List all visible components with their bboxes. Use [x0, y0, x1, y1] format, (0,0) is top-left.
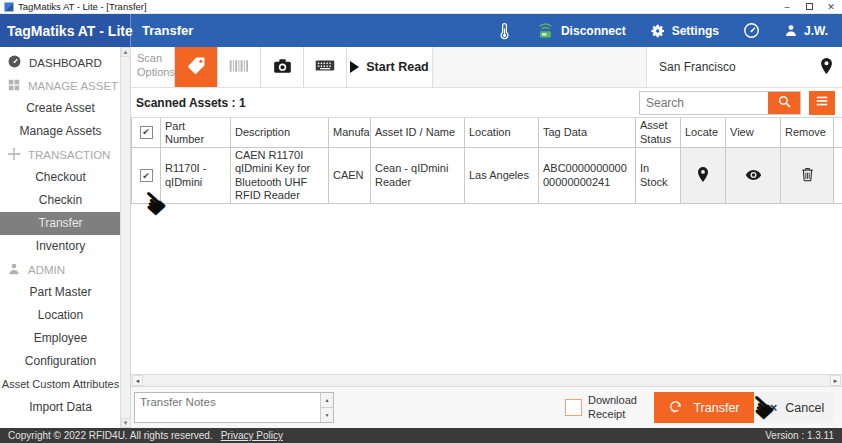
assets-bar: Scanned Assets : 1 [131, 88, 842, 118]
sidebar-label-dashboard: DASHBOARD [29, 57, 102, 69]
refresh-icon [668, 399, 683, 417]
minimize-button[interactable]: – [776, 0, 798, 13]
sidebar-section-admin[interactable]: ADMIN [0, 258, 121, 281]
scan-toolbar: Scan Options [131, 47, 842, 88]
app-footer: Copyright © 2022 RFID4U. All rights rese… [0, 428, 842, 443]
search-button[interactable] [768, 92, 800, 114]
row-select-cell: ✔ [131, 148, 161, 203]
close-button[interactable]: ✕ [820, 0, 842, 13]
cell-asset-id-name: Cean - qIDmini Reader [371, 148, 465, 203]
notes-scroll-down-icon[interactable]: ▼ [321, 408, 333, 422]
transaction-icon [7, 147, 21, 163]
settings-button[interactable]: Settings [650, 23, 719, 39]
keyboard-entry-button[interactable] [304, 47, 347, 87]
cancel-button-label: Cancel [785, 401, 824, 415]
privacy-policy-link[interactable]: Privacy Policy [221, 430, 283, 441]
col-part-number[interactable]: Part Number [161, 118, 231, 147]
app-icon [4, 2, 14, 12]
transfer-action-bar: ▲ ▼ Download Receipt Transfer × Cancel [131, 387, 842, 428]
select-all-checkbox[interactable]: ✔ [140, 126, 153, 139]
eye-icon [745, 169, 762, 183]
window-titlebar: TagMatiks AT - Lite - [Transfer] – ✕ [0, 0, 842, 14]
scroll-left-icon[interactable]: ◄ [132, 375, 143, 386]
download-receipt-checkbox[interactable] [565, 399, 582, 416]
sidebar-item-create-asset[interactable]: Create Asset [0, 97, 121, 120]
rfid-scan-button[interactable] [175, 47, 218, 87]
temperature-button[interactable] [497, 22, 512, 40]
rfid-reader-icon [536, 22, 555, 39]
cancel-button[interactable]: × Cancel [760, 392, 834, 423]
horizontal-scrollbar[interactable]: ◄ ► [131, 374, 842, 387]
play-icon [350, 61, 359, 73]
sidebar-item-asset-custom-attributes[interactable]: Asset Custom Attributes [0, 373, 121, 396]
col-remove: Remove [781, 118, 834, 147]
scroll-down-icon[interactable]: ▼ [121, 418, 131, 428]
sidebar-item-location[interactable]: Location [0, 304, 121, 327]
search-icon [777, 94, 792, 112]
barcode-icon [229, 59, 249, 76]
sidebar-item-transfer[interactable]: Transfer [0, 212, 121, 235]
main-content: Scan Options [131, 47, 842, 428]
sidebar-item-inventory[interactable]: Inventory [0, 235, 121, 258]
filter-menu-button[interactable] [809, 91, 835, 115]
disconnect-label: Disconnect [561, 24, 626, 38]
cell-description: CAEN R1170I qIDmini Key for Bluetooth UH… [231, 148, 329, 203]
maximize-icon [806, 3, 813, 10]
settings-label: Settings [672, 24, 719, 38]
location-selector[interactable]: San Francisco [646, 47, 842, 87]
app-header: TagMatiks AT - Lite Transfer Disconnect … [0, 14, 842, 47]
user-menu[interactable]: J.W. [784, 23, 828, 38]
locate-asset-button[interactable] [681, 148, 726, 203]
sidebar-label-admin: ADMIN [28, 264, 65, 276]
start-read-button[interactable]: Start Read [347, 47, 433, 87]
user-initials: J.W. [804, 24, 828, 38]
app-brand: TagMatiks AT - Lite [0, 14, 131, 47]
dashboard-icon [7, 54, 22, 71]
table-empty-area [131, 204, 842, 374]
row-checkbox[interactable]: ✔ [140, 169, 153, 182]
sidebar-item-import-data[interactable]: Import Data [0, 396, 121, 419]
admin-icon [7, 262, 21, 278]
disconnect-button[interactable]: Disconnect [536, 22, 626, 39]
sidebar-item-checkin[interactable]: Checkin [0, 189, 121, 212]
col-manufacturer[interactable]: Manufa... [329, 118, 371, 147]
dashboard-gauge-button[interactable] [743, 22, 760, 39]
view-asset-button[interactable] [726, 148, 781, 203]
user-icon [784, 23, 798, 38]
location-value: San Francisco [659, 60, 736, 74]
camera-scan-button[interactable] [261, 47, 304, 87]
sidebar-item-checkout[interactable]: Checkout [0, 166, 121, 189]
sidebar-section-transaction[interactable]: TRANSACTION [0, 143, 121, 166]
start-read-label: Start Read [366, 60, 429, 74]
transfer-button[interactable]: Transfer [654, 392, 754, 423]
search-input[interactable] [640, 92, 768, 114]
download-receipt-label: Download Receipt [588, 394, 646, 420]
scroll-up-icon[interactable]: ▲ [121, 47, 131, 57]
rfid-tag-icon [187, 56, 206, 78]
col-tag-data[interactable]: Tag Data [539, 118, 636, 147]
maximize-button[interactable] [798, 0, 820, 13]
page-title: Transfer [131, 14, 193, 47]
sidebar-scrollbar[interactable]: ▲ ▼ [120, 47, 130, 428]
barcode-scan-button[interactable] [218, 47, 261, 87]
version-text: Version : 1.3.11 [765, 430, 834, 441]
notes-scrollbar[interactable]: ▲ ▼ [320, 393, 333, 422]
sidebar: DASHBOARD MANAGE ASSET Create Asset Mana… [0, 47, 131, 428]
remove-asset-button[interactable] [781, 148, 834, 203]
camera-icon [273, 58, 292, 77]
scroll-right-icon[interactable]: ► [830, 375, 841, 386]
copyright-text: Copyright © 2022 RFID4U. All rights rese… [8, 430, 213, 441]
transfer-notes-input[interactable] [135, 393, 320, 422]
sidebar-item-configuration[interactable]: Configuration [0, 350, 121, 373]
col-asset-status[interactable]: Asset Status [636, 118, 681, 147]
sidebar-section-manage-asset[interactable]: MANAGE ASSET [0, 74, 121, 97]
trash-icon [801, 167, 814, 184]
sidebar-item-employee[interactable]: Employee [0, 327, 121, 350]
notes-scroll-up-icon[interactable]: ▲ [321, 393, 333, 408]
col-asset-id-name[interactable]: Asset ID / Name [371, 118, 465, 147]
col-location[interactable]: Location [465, 118, 539, 147]
sidebar-item-manage-assets[interactable]: Manage Assets [0, 120, 121, 143]
sidebar-section-dashboard[interactable]: DASHBOARD [0, 51, 121, 74]
sidebar-item-part-master[interactable]: Part Master [0, 281, 121, 304]
col-description[interactable]: Description [231, 118, 329, 147]
